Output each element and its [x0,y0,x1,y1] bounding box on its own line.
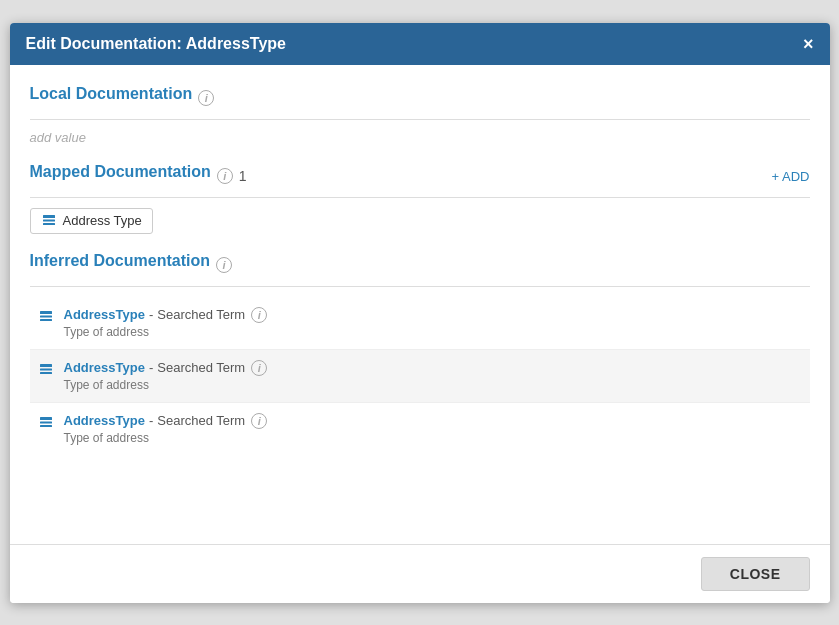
inferred-item-description: Type of address [64,325,268,339]
modal-footer: CLOSE [10,544,830,603]
inferred-doc-title: Inferred Documentation [30,252,210,270]
svg-rect-10 [40,421,52,423]
local-documentation-section: Local Documentation i add value [30,85,810,145]
inferred-item: AddressType - Searched Term i Type of ad… [30,297,810,350]
inferred-item-name: AddressType [64,307,145,322]
modal-close-icon[interactable]: × [803,35,814,53]
svg-rect-2 [43,223,55,225]
inferred-item-term: Searched Term [157,413,245,428]
inferred-list: AddressType - Searched Term i Type of ad… [30,297,810,455]
inferred-doc-header: Inferred Documentation i [30,252,810,287]
svg-rect-0 [43,215,55,218]
mapped-doc-title: Mapped Documentation [30,163,211,181]
inferred-item-icon [38,362,54,378]
inferred-item-separator: - [149,413,153,428]
svg-rect-1 [43,219,55,221]
mapped-doc-header-right: + ADD [772,167,810,185]
inferred-item-title: AddressType - Searched Term i [64,413,268,429]
svg-rect-11 [40,425,52,427]
svg-rect-8 [40,372,52,374]
inferred-item-content: AddressType - Searched Term i Type of ad… [64,360,268,392]
edit-documentation-modal: Edit Documentation: AddressType × Local … [10,23,830,603]
inferred-item-description: Type of address [64,378,268,392]
svg-rect-9 [40,417,52,420]
inferred-item-name: AddressType [64,360,145,375]
svg-rect-4 [40,315,52,317]
inferred-item-separator: - [149,360,153,375]
svg-rect-7 [40,368,52,370]
inferred-item-description: Type of address [64,431,268,445]
svg-rect-6 [40,364,52,367]
mapped-doc-count: 1 [239,168,247,184]
inferred-item-info-icon[interactable]: i [251,307,267,323]
inferred-item-info-icon[interactable]: i [251,413,267,429]
close-button[interactable]: CLOSE [701,557,810,591]
mapped-tag-label: Address Type [63,213,142,228]
inferred-item-icon [38,415,54,431]
local-doc-title: Local Documentation [30,85,193,103]
local-doc-header: Local Documentation i [30,85,810,120]
svg-rect-3 [40,311,52,314]
inferred-item: AddressType - Searched Term i Type of ad… [30,350,810,403]
mapped-tag[interactable]: Address Type [30,208,153,234]
mapped-tag-icon [41,213,57,229]
mapped-doc-info-icon[interactable]: i [217,168,233,184]
inferred-item-content: AddressType - Searched Term i Type of ad… [64,413,268,445]
modal-body: Local Documentation i add value Mapped D… [10,65,830,544]
mapped-doc-add-link[interactable]: + ADD [772,169,810,184]
local-doc-add-value[interactable]: add value [30,130,810,145]
svg-rect-5 [40,319,52,321]
inferred-item: AddressType - Searched Term i Type of ad… [30,403,810,455]
modal-header: Edit Documentation: AddressType × [10,23,830,65]
inferred-item-term: Searched Term [157,360,245,375]
local-doc-info-icon[interactable]: i [198,90,214,106]
inferred-item-title: AddressType - Searched Term i [64,360,268,376]
inferred-documentation-section: Inferred Documentation i AddressType - S… [30,252,810,455]
inferred-item-icon [38,309,54,325]
inferred-doc-info-icon[interactable]: i [216,257,232,273]
inferred-item-name: AddressType [64,413,145,428]
inferred-item-term: Searched Term [157,307,245,322]
inferred-item-title: AddressType - Searched Term i [64,307,268,323]
mapped-doc-header: Mapped Documentation i 1 + ADD [30,163,810,198]
inferred-item-separator: - [149,307,153,322]
inferred-item-info-icon[interactable]: i [251,360,267,376]
mapped-documentation-section: Mapped Documentation i 1 + ADD Address T… [30,163,810,234]
modal-title: Edit Documentation: AddressType [26,35,286,53]
inferred-item-content: AddressType - Searched Term i Type of ad… [64,307,268,339]
